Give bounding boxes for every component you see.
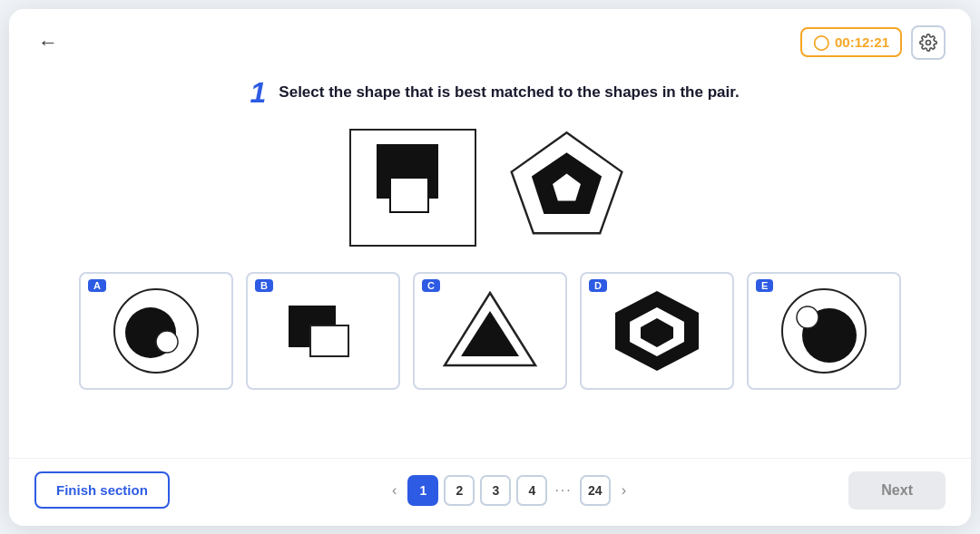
option-d-svg <box>603 286 711 376</box>
page-1-button[interactable]: 1 <box>407 475 438 506</box>
option-b-svg <box>269 286 377 376</box>
prev-page-button[interactable]: ‹ <box>387 479 402 502</box>
settings-button[interactable] <box>911 25 946 60</box>
question-text: Select the shape that is best matched to… <box>279 83 739 102</box>
option-a-svg <box>102 286 211 376</box>
last-page-button[interactable]: 24 <box>580 475 611 506</box>
pair-shape-1 <box>349 129 476 247</box>
option-c-svg <box>436 286 544 376</box>
svg-point-8 <box>156 331 178 353</box>
svg-point-0 <box>926 40 931 44</box>
option-a[interactable]: A <box>79 272 233 390</box>
option-c-label: C <box>422 279 440 292</box>
pair-shape-2-svg <box>504 126 631 248</box>
finish-section-button[interactable]: Finish section <box>34 471 170 509</box>
option-d[interactable]: D <box>580 272 734 390</box>
pair-shape-2 <box>504 129 631 247</box>
option-b[interactable]: B <box>246 272 400 390</box>
main-window: ← ◯ 00:12:21 1 Select the shape that is … <box>9 9 971 526</box>
next-page-button[interactable]: › <box>616 479 632 502</box>
pair-shapes <box>349 129 631 247</box>
page-2-button[interactable]: 2 <box>444 475 475 506</box>
question-area: 1 Select the shape that is best matched … <box>9 69 971 458</box>
back-button[interactable]: ← <box>34 27 62 58</box>
gear-icon <box>919 34 937 52</box>
option-e[interactable]: E <box>747 272 901 390</box>
top-right-controls: ◯ 00:12:21 <box>800 25 946 60</box>
pair-shape-1-svg <box>363 140 463 235</box>
question-header: 1 Select the shape that is best matched … <box>45 78 935 107</box>
options-row: A B C <box>79 272 901 390</box>
option-b-label: B <box>255 279 273 292</box>
next-button[interactable]: Next <box>848 471 946 510</box>
option-c[interactable]: C <box>413 272 567 390</box>
pagination: ‹ 1 2 3 4 ··· 24 › <box>387 475 632 506</box>
timer-icon: ◯ <box>813 34 829 51</box>
timer-value: 00:12:21 <box>835 34 889 50</box>
option-e-label: E <box>756 279 773 292</box>
svg-rect-2 <box>390 178 428 212</box>
timer-badge: ◯ 00:12:21 <box>800 27 902 57</box>
option-e-svg <box>769 286 878 376</box>
pagination-dots: ··· <box>553 482 573 499</box>
bottom-bar: Finish section ‹ 1 2 3 4 ··· 24 › Next <box>9 458 971 526</box>
option-d-label: D <box>589 279 607 292</box>
page-4-button[interactable]: 4 <box>516 475 547 506</box>
top-bar: ← ◯ 00:12:21 <box>9 9 971 69</box>
option-a-label: A <box>88 279 106 292</box>
question-number: 1 <box>240 78 266 107</box>
svg-rect-10 <box>310 325 348 356</box>
svg-point-18 <box>797 306 818 328</box>
page-3-button[interactable]: 3 <box>480 475 511 506</box>
